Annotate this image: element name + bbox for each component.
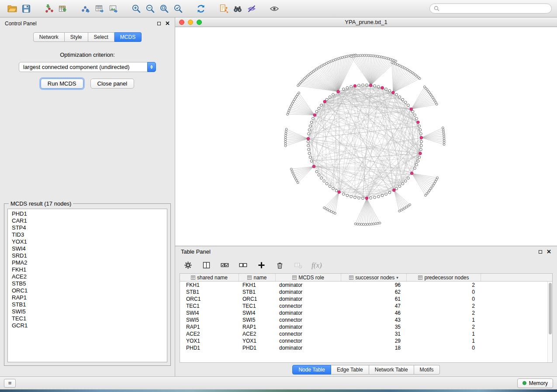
mcds-result-item[interactable]: STB1 (8, 301, 167, 308)
tab-node-table[interactable]: Node Table (292, 365, 331, 375)
zoom-out-button[interactable] (143, 2, 157, 16)
table-row[interactable]: RAP1RAP1dominator352 (180, 323, 552, 330)
table-row[interactable]: TEC1TEC1connector472 (180, 303, 552, 309)
table-cell: dominator (276, 309, 341, 316)
tab-style[interactable]: Style (65, 32, 88, 42)
mcds-result-item[interactable]: SWI4 (8, 245, 167, 252)
mcds-result-item[interactable]: GCR1 (8, 322, 167, 329)
table-cell: 18 (341, 344, 407, 351)
table-cell: 2 (407, 282, 481, 289)
close-panel-button[interactable]: Close panel (90, 79, 135, 89)
deselect-all-rows-button[interactable] (238, 261, 248, 270)
column-header-shared-name[interactable]: shared name (180, 274, 239, 281)
window-close-icon[interactable] (179, 20, 184, 25)
mcds-result-item[interactable]: ORC1 (8, 287, 167, 294)
table-cell: dominator (276, 282, 341, 289)
zoom-out-icon (145, 3, 156, 14)
table-row[interactable]: YOX1YOX1connector291 (180, 337, 552, 344)
table-close-panel-icon[interactable]: ✕ (547, 249, 551, 254)
table-cell-filler (481, 309, 552, 316)
mcds-result-item[interactable]: RAP1 (8, 294, 167, 301)
zoom-fit-button[interactable] (157, 2, 171, 16)
tab-mcds[interactable]: MCDS (114, 32, 142, 42)
table-float-panel-icon[interactable] (539, 250, 542, 254)
mcds-result-item[interactable]: ACE2 (8, 273, 167, 280)
table-row[interactable]: SWI5SWI5connector431 (180, 316, 552, 323)
mcds-result-item[interactable]: STB5 (8, 280, 167, 287)
table-row[interactable]: FKH1FKH1dominator962 (180, 282, 552, 289)
share-document-button[interactable] (217, 2, 231, 16)
import-table-button[interactable] (56, 2, 70, 16)
select-all-rows-button[interactable] (220, 261, 229, 270)
refresh-view-button[interactable] (194, 2, 208, 16)
scrollbar-thumb[interactable] (549, 283, 552, 334)
tab-network-table[interactable]: Network Table (369, 365, 414, 375)
mcds-result-item[interactable]: TEC1 (8, 315, 167, 322)
find-button[interactable] (231, 2, 245, 16)
memory-status-icon (522, 381, 526, 385)
table-row[interactable]: ACE2ACE2connector311 (180, 330, 552, 337)
column-label: MCDS role (298, 275, 324, 281)
open-session-button[interactable] (5, 2, 19, 16)
export-image-button[interactable] (107, 2, 121, 16)
hide-graphics-details-icon (246, 3, 257, 14)
tab-select[interactable]: Select (88, 32, 114, 42)
mcds-result-item[interactable]: YOX1 (8, 238, 167, 245)
export-network-button[interactable] (79, 2, 93, 16)
zoom-selected-button[interactable] (171, 2, 185, 16)
mcds-result-item[interactable]: SRD1 (8, 252, 167, 259)
zoom-in-button[interactable] (129, 2, 143, 16)
network-canvas-svg[interactable] (175, 27, 557, 246)
show-columns-button[interactable] (201, 261, 211, 270)
search-box[interactable] (429, 3, 552, 14)
table-row[interactable]: PHD1PHD1dominator180 (180, 344, 552, 351)
export-table-button[interactable] (93, 2, 107, 16)
table-row[interactable]: ORC1ORC1dominator610 (180, 296, 552, 303)
gear-icon (183, 261, 193, 270)
delete-column-button[interactable] (275, 261, 284, 270)
table-cell: 96 (341, 282, 407, 289)
mcds-result-item[interactable]: CAR1 (8, 217, 167, 224)
tab-network[interactable]: Network (33, 32, 65, 42)
mcds-result-list[interactable]: PHD1CAR1STP4TID3YOX1SWI4SRD1PMA2FKH1ACE2… (7, 209, 167, 362)
mcds-result-item[interactable]: TID3 (8, 231, 167, 238)
tab-motifs[interactable]: Motifs (414, 365, 440, 375)
show-graphics-details-button[interactable] (267, 2, 281, 16)
column-header-mcds-role[interactable]: MCDS role (276, 274, 341, 281)
table-cell-filler (481, 330, 552, 337)
mcds-result-item[interactable]: FKH1 (8, 266, 167, 273)
close-panel-icon[interactable]: ✕ (165, 21, 170, 26)
mcds-result-item[interactable]: PHD1 (8, 210, 167, 217)
import-network-button[interactable] (42, 2, 56, 16)
column-header-predecessor-nodes[interactable]: predecessor nodes (407, 274, 481, 281)
panel-menu-button[interactable]: ≡ (4, 379, 16, 388)
memory-button[interactable]: Memory (517, 378, 553, 388)
save-session-button[interactable] (19, 2, 33, 16)
table-vertical-scrollbar[interactable] (547, 282, 552, 362)
mcds-result-item[interactable]: STP4 (8, 224, 167, 231)
mcds-result-item[interactable]: PMA2 (8, 259, 167, 266)
network-canvas-area[interactable] (175, 27, 557, 246)
criterion-dropdown[interactable]: largest connected component (undirected) (19, 62, 156, 72)
float-panel-icon[interactable] (157, 22, 161, 25)
table-row[interactable]: STB1STB1dominator620 (180, 289, 552, 296)
table-row[interactable]: SWI4SWI4dominator462 (180, 309, 552, 316)
table-toolbar: f(x) (175, 257, 557, 273)
network-titlebar[interactable]: YPA_prune.txt_1 (175, 17, 557, 27)
create-column-button[interactable] (256, 261, 266, 270)
table-cell: dominator (276, 344, 341, 351)
hide-graphics-details-button[interactable] (245, 2, 259, 16)
table-settings-button[interactable] (183, 261, 193, 270)
clear-table-button-disabled (293, 261, 303, 270)
mcds-result-item[interactable]: SWI5 (8, 308, 167, 315)
window-minimize-icon[interactable] (188, 20, 193, 25)
run-mcds-button[interactable]: Run MCDS (41, 79, 83, 89)
tab-edge-table[interactable]: Edge Table (331, 365, 369, 375)
search-input[interactable] (442, 6, 547, 12)
table-cell: YOX1 (180, 337, 239, 344)
table-cell: RAP1 (239, 323, 276, 330)
column-header-name[interactable]: name (239, 274, 276, 281)
window-maximize-icon[interactable] (197, 20, 202, 25)
column-header-successor-nodes[interactable]: successor nodes ▾ (341, 274, 407, 281)
column-label: name (253, 275, 266, 281)
